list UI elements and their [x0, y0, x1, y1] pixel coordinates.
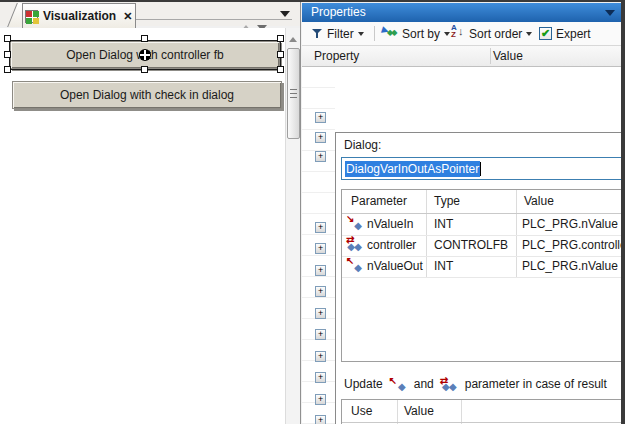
toolbar-separator	[374, 26, 375, 41]
sort-order-icon: A Z ↓	[451, 26, 465, 41]
background-property-row: Element name GenElemInst_1	[302, 67, 624, 70]
dialog-label: Dialog:	[344, 138, 381, 152]
parameter-row[interactable]: ↘◆ nValueIn INT PLC_PRG.nValue	[342, 214, 624, 235]
codesys-window: Visualization ✕ Open Dialog with control…	[0, 0, 625, 424]
param-inout-icon: ⇄◆◆	[347, 237, 363, 251]
value-header: Value	[524, 194, 554, 208]
expert-checkbox-group[interactable]: ✔ Expert	[539, 25, 591, 42]
tabstrip-divider	[132, 19, 292, 20]
filter-label: Filter	[327, 27, 354, 41]
sort-order-button[interactable]: A Z ↓ Sort order	[451, 25, 532, 42]
scrollbar-up-icon[interactable]	[289, 37, 297, 42]
param-out-icon: ↖◆	[390, 378, 407, 391]
parameter-table: Parameter Type Value ↘◆ nValueIn INT PLC…	[341, 189, 624, 362]
selected-text: DialogVarInOutAsPointer	[345, 161, 480, 177]
text-cursor	[480, 162, 481, 176]
panel-menu-icon[interactable]	[605, 10, 615, 16]
type-header: Type	[434, 194, 460, 208]
window-right-border	[621, 0, 625, 424]
tab-list-dropdown-icon[interactable]	[280, 11, 290, 17]
close-tab-icon[interactable]: ✕	[121, 10, 134, 23]
tab-visualization[interactable]: Visualization ✕	[22, 3, 136, 28]
visualization-icon	[25, 10, 38, 23]
parameter-row[interactable]: ↖◆ nValueOut INT PLC_PRG.nValue	[342, 256, 624, 277]
chevron-down-icon	[526, 32, 532, 36]
expert-label: Expert	[556, 27, 591, 41]
property-grid: Element name GenElemInst_1 Dial	[302, 67, 624, 424]
open-dialog-check-button[interactable]: Open Dialog with check in dialog	[12, 81, 282, 109]
selection-handle-mid-left[interactable]	[4, 51, 11, 58]
expand-icon[interactable]	[315, 151, 326, 162]
expand-icon[interactable]	[315, 132, 326, 143]
chevron-down-icon	[358, 32, 364, 36]
visualization-canvas[interactable]: Open Dialog with controller fb Open Dial…	[0, 28, 285, 424]
chevron-down-icon	[444, 32, 450, 36]
expert-checkbox[interactable]: ✔	[539, 27, 552, 40]
expand-icon[interactable]	[315, 415, 326, 424]
expand-icon[interactable]	[315, 243, 326, 254]
scrollbar-grip-icon	[290, 89, 297, 98]
selection-handle-bottom-center[interactable]	[141, 66, 148, 73]
properties-title: Properties	[311, 5, 366, 19]
sort-order-label: Sort order	[469, 27, 522, 41]
window-top-border	[0, 0, 625, 2]
expand-icon[interactable]	[315, 112, 326, 123]
expand-icon[interactable]	[315, 265, 326, 276]
expand-icon[interactable]	[315, 222, 326, 233]
param-inout-icon: ⇄◆◆	[441, 378, 458, 391]
use-header: Use	[351, 404, 372, 418]
dialog-config-popup: Dialog: DialogVarInOutAsPointer Paramete…	[335, 132, 624, 424]
property-column-header: Property	[314, 49, 359, 63]
expand-icon[interactable]	[315, 351, 326, 362]
expand-icon[interactable]	[315, 372, 326, 383]
column-divider[interactable]	[490, 48, 491, 64]
selection-handle-mid-right[interactable]	[277, 51, 284, 58]
selection-handle-top-left[interactable]	[4, 35, 11, 42]
properties-panel: Properties Filter ▶ ◆◆ Sort by A	[301, 2, 625, 424]
property-grid-header: Property Value	[302, 45, 624, 67]
expand-icon[interactable]	[315, 394, 326, 405]
filter-icon	[312, 28, 323, 39]
param-out-icon: ↖◆	[347, 258, 363, 272]
button-label: Open Dialog with check in dialog	[60, 88, 234, 102]
selection-handle-top-center[interactable]	[141, 35, 148, 42]
param-in-icon: ↘◆	[347, 216, 363, 230]
sort-by-icon: ▶ ◆◆	[382, 27, 398, 40]
expand-icon[interactable]	[315, 308, 326, 319]
update-note: Update ↖◆ and ⇄◆◆ parameter in case of r…	[344, 376, 607, 392]
scrollbar-thumb[interactable]	[287, 48, 300, 139]
selection-handle-bottom-right[interactable]	[277, 66, 284, 73]
grid-gutter	[302, 67, 335, 424]
selection-handle-top-right[interactable]	[277, 35, 284, 42]
sort-by-button[interactable]: ▶ ◆◆ Sort by	[382, 25, 450, 42]
parameter-row[interactable]: ⇄◆◆ controller CONTROLFB PLC_PRG.control…	[342, 235, 624, 256]
value-column-header: Value	[493, 49, 523, 63]
center-anchor-icon[interactable]	[139, 49, 151, 61]
properties-title-bar: Properties	[302, 3, 624, 22]
selection-handle-bottom-left[interactable]	[4, 66, 11, 73]
tab-label: Visualization	[43, 9, 116, 23]
sort-by-label: Sort by	[402, 27, 440, 41]
expand-icon[interactable]	[315, 286, 326, 297]
filter-button[interactable]: Filter	[312, 25, 364, 42]
parameter-header: Parameter	[351, 194, 407, 208]
editor-vertical-scrollbar[interactable]	[285, 28, 300, 424]
value-header: Value	[404, 404, 434, 418]
dialog-name-input[interactable]: DialogVarInOutAsPointer	[341, 157, 623, 180]
result-table: Use Value None ✔ OK Cancel	[341, 399, 624, 424]
expand-icon[interactable]	[315, 329, 326, 340]
properties-toolbar: Filter ▶ ◆◆ Sort by A Z ↓ Sort order	[302, 22, 624, 45]
